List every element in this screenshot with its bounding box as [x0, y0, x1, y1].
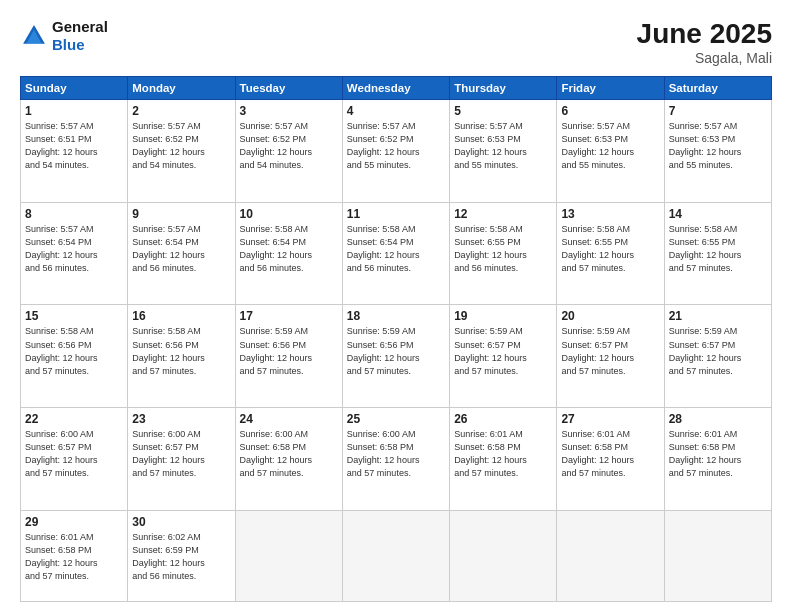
- table-row: [235, 510, 342, 601]
- table-row: 22Sunrise: 6:00 AM Sunset: 6:57 PM Dayli…: [21, 408, 128, 511]
- day-info: Sunrise: 6:00 AM Sunset: 6:58 PM Dayligh…: [240, 428, 338, 480]
- table-row: 8Sunrise: 5:57 AM Sunset: 6:54 PM Daylig…: [21, 202, 128, 305]
- table-row: 15Sunrise: 5:58 AM Sunset: 6:56 PM Dayli…: [21, 305, 128, 408]
- day-info: Sunrise: 5:57 AM Sunset: 6:54 PM Dayligh…: [25, 223, 123, 275]
- day-number: 5: [454, 104, 552, 118]
- day-info: Sunrise: 5:57 AM Sunset: 6:54 PM Dayligh…: [132, 223, 230, 275]
- day-number: 29: [25, 515, 123, 529]
- table-row: 25Sunrise: 6:00 AM Sunset: 6:58 PM Dayli…: [342, 408, 449, 511]
- day-number: 21: [669, 309, 767, 323]
- title-block: June 2025 Sagala, Mali: [637, 18, 772, 66]
- day-number: 7: [669, 104, 767, 118]
- day-number: 30: [132, 515, 230, 529]
- day-info: Sunrise: 6:01 AM Sunset: 6:58 PM Dayligh…: [561, 428, 659, 480]
- table-row: 2Sunrise: 5:57 AM Sunset: 6:52 PM Daylig…: [128, 100, 235, 203]
- logo-icon: [20, 22, 48, 50]
- day-number: 12: [454, 207, 552, 221]
- day-info: Sunrise: 5:57 AM Sunset: 6:52 PM Dayligh…: [347, 120, 445, 172]
- day-info: Sunrise: 5:59 AM Sunset: 6:56 PM Dayligh…: [347, 325, 445, 377]
- table-row: [557, 510, 664, 601]
- table-row: 9Sunrise: 5:57 AM Sunset: 6:54 PM Daylig…: [128, 202, 235, 305]
- day-number: 25: [347, 412, 445, 426]
- day-number: 13: [561, 207, 659, 221]
- day-number: 19: [454, 309, 552, 323]
- day-info: Sunrise: 5:59 AM Sunset: 6:57 PM Dayligh…: [454, 325, 552, 377]
- day-number: 20: [561, 309, 659, 323]
- table-row: 26Sunrise: 6:01 AM Sunset: 6:58 PM Dayli…: [450, 408, 557, 511]
- day-info: Sunrise: 5:57 AM Sunset: 6:53 PM Dayligh…: [561, 120, 659, 172]
- table-row: 20Sunrise: 5:59 AM Sunset: 6:57 PM Dayli…: [557, 305, 664, 408]
- table-row: 28Sunrise: 6:01 AM Sunset: 6:58 PM Dayli…: [664, 408, 771, 511]
- day-number: 26: [454, 412, 552, 426]
- table-row: 10Sunrise: 5:58 AM Sunset: 6:54 PM Dayli…: [235, 202, 342, 305]
- day-info: Sunrise: 5:57 AM Sunset: 6:53 PM Dayligh…: [454, 120, 552, 172]
- day-number: 9: [132, 207, 230, 221]
- table-row: 27Sunrise: 6:01 AM Sunset: 6:58 PM Dayli…: [557, 408, 664, 511]
- day-info: Sunrise: 5:58 AM Sunset: 6:56 PM Dayligh…: [25, 325, 123, 377]
- day-number: 11: [347, 207, 445, 221]
- table-row: [664, 510, 771, 601]
- weekday-header-sunday: Sunday: [21, 77, 128, 100]
- day-info: Sunrise: 6:00 AM Sunset: 6:58 PM Dayligh…: [347, 428, 445, 480]
- day-info: Sunrise: 5:58 AM Sunset: 6:55 PM Dayligh…: [669, 223, 767, 275]
- table-row: 16Sunrise: 5:58 AM Sunset: 6:56 PM Dayli…: [128, 305, 235, 408]
- day-number: 28: [669, 412, 767, 426]
- day-info: Sunrise: 5:58 AM Sunset: 6:54 PM Dayligh…: [347, 223, 445, 275]
- weekday-header-monday: Monday: [128, 77, 235, 100]
- table-row: 12Sunrise: 5:58 AM Sunset: 6:55 PM Dayli…: [450, 202, 557, 305]
- table-row: 4Sunrise: 5:57 AM Sunset: 6:52 PM Daylig…: [342, 100, 449, 203]
- weekday-header-saturday: Saturday: [664, 77, 771, 100]
- day-number: 3: [240, 104, 338, 118]
- table-row: 1Sunrise: 5:57 AM Sunset: 6:51 PM Daylig…: [21, 100, 128, 203]
- table-row: 19Sunrise: 5:59 AM Sunset: 6:57 PM Dayli…: [450, 305, 557, 408]
- day-info: Sunrise: 6:01 AM Sunset: 6:58 PM Dayligh…: [669, 428, 767, 480]
- table-row: 3Sunrise: 5:57 AM Sunset: 6:52 PM Daylig…: [235, 100, 342, 203]
- logo: General Blue: [20, 18, 108, 54]
- table-row: 6Sunrise: 5:57 AM Sunset: 6:53 PM Daylig…: [557, 100, 664, 203]
- day-info: Sunrise: 5:58 AM Sunset: 6:56 PM Dayligh…: [132, 325, 230, 377]
- weekday-header-friday: Friday: [557, 77, 664, 100]
- table-row: 13Sunrise: 5:58 AM Sunset: 6:55 PM Dayli…: [557, 202, 664, 305]
- day-number: 22: [25, 412, 123, 426]
- day-number: 24: [240, 412, 338, 426]
- day-number: 8: [25, 207, 123, 221]
- page: General Blue June 2025 Sagala, Mali Sund…: [0, 0, 792, 612]
- day-number: 2: [132, 104, 230, 118]
- table-row: [450, 510, 557, 601]
- location: Sagala, Mali: [637, 50, 772, 66]
- day-info: Sunrise: 6:02 AM Sunset: 6:59 PM Dayligh…: [132, 531, 230, 583]
- day-info: Sunrise: 5:58 AM Sunset: 6:55 PM Dayligh…: [561, 223, 659, 275]
- day-number: 27: [561, 412, 659, 426]
- day-info: Sunrise: 5:57 AM Sunset: 6:53 PM Dayligh…: [669, 120, 767, 172]
- day-number: 16: [132, 309, 230, 323]
- month-title: June 2025: [637, 18, 772, 50]
- day-info: Sunrise: 5:57 AM Sunset: 6:51 PM Dayligh…: [25, 120, 123, 172]
- table-row: 11Sunrise: 5:58 AM Sunset: 6:54 PM Dayli…: [342, 202, 449, 305]
- day-number: 1: [25, 104, 123, 118]
- weekday-header-tuesday: Tuesday: [235, 77, 342, 100]
- table-row: 24Sunrise: 6:00 AM Sunset: 6:58 PM Dayli…: [235, 408, 342, 511]
- table-row: 30Sunrise: 6:02 AM Sunset: 6:59 PM Dayli…: [128, 510, 235, 601]
- day-info: Sunrise: 6:00 AM Sunset: 6:57 PM Dayligh…: [132, 428, 230, 480]
- weekday-header-thursday: Thursday: [450, 77, 557, 100]
- header: General Blue June 2025 Sagala, Mali: [20, 18, 772, 66]
- day-number: 18: [347, 309, 445, 323]
- day-info: Sunrise: 5:57 AM Sunset: 6:52 PM Dayligh…: [240, 120, 338, 172]
- weekday-header-wednesday: Wednesday: [342, 77, 449, 100]
- logo-text: General Blue: [52, 18, 108, 54]
- day-info: Sunrise: 5:59 AM Sunset: 6:56 PM Dayligh…: [240, 325, 338, 377]
- table-row: 18Sunrise: 5:59 AM Sunset: 6:56 PM Dayli…: [342, 305, 449, 408]
- table-row: 14Sunrise: 5:58 AM Sunset: 6:55 PM Dayli…: [664, 202, 771, 305]
- table-row: 29Sunrise: 6:01 AM Sunset: 6:58 PM Dayli…: [21, 510, 128, 601]
- table-row: 23Sunrise: 6:00 AM Sunset: 6:57 PM Dayli…: [128, 408, 235, 511]
- day-number: 10: [240, 207, 338, 221]
- day-info: Sunrise: 6:00 AM Sunset: 6:57 PM Dayligh…: [25, 428, 123, 480]
- table-row: 17Sunrise: 5:59 AM Sunset: 6:56 PM Dayli…: [235, 305, 342, 408]
- day-number: 23: [132, 412, 230, 426]
- day-info: Sunrise: 5:58 AM Sunset: 6:55 PM Dayligh…: [454, 223, 552, 275]
- day-info: Sunrise: 6:01 AM Sunset: 6:58 PM Dayligh…: [454, 428, 552, 480]
- day-number: 17: [240, 309, 338, 323]
- day-info: Sunrise: 5:58 AM Sunset: 6:54 PM Dayligh…: [240, 223, 338, 275]
- day-info: Sunrise: 5:57 AM Sunset: 6:52 PM Dayligh…: [132, 120, 230, 172]
- day-info: Sunrise: 5:59 AM Sunset: 6:57 PM Dayligh…: [561, 325, 659, 377]
